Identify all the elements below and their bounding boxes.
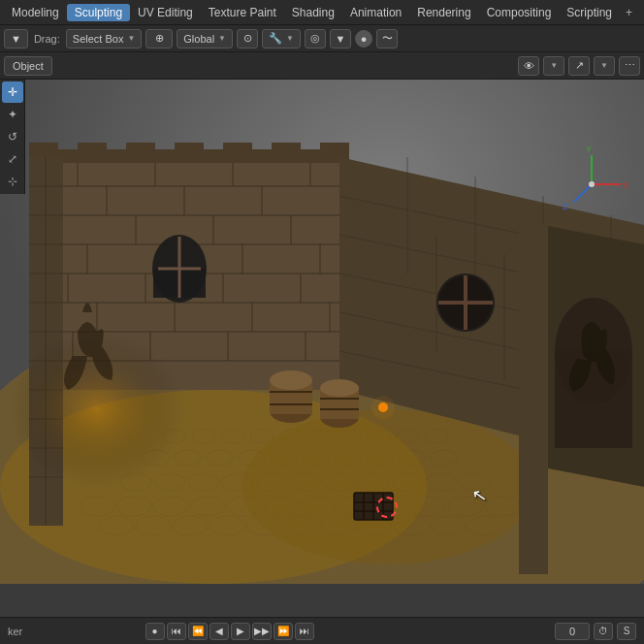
move-tool[interactable]: ✦ — [2, 104, 23, 125]
gizmo-icon[interactable]: ↗ — [568, 56, 590, 76]
bottom-right: ⏱ S — [555, 623, 636, 640]
menu-bar: Modeling Sculpting UV Editing Texture Pa… — [0, 0, 644, 25]
global-arrow: ▼ — [218, 34, 226, 43]
transform-tool[interactable]: ⊹ — [2, 171, 23, 192]
menu-item-uv-editing[interactable]: UV Editing — [130, 4, 201, 21]
rotate-tool[interactable]: ↺ — [2, 126, 23, 147]
svg-point-141 — [270, 370, 312, 390]
menu-item-animation[interactable]: Animation — [342, 4, 409, 21]
svg-rect-100 — [126, 143, 155, 162]
skip-to-start-button[interactable]: ⏮ — [167, 623, 186, 640]
object-mode-label: Object — [13, 60, 44, 72]
menu-item-compositing[interactable]: Compositing — [479, 4, 560, 21]
global-label: Global — [183, 33, 214, 45]
svg-rect-102 — [223, 143, 252, 162]
add-workspace-button[interactable]: + — [620, 4, 638, 21]
menu-item-texture-paint[interactable]: Texture Paint — [201, 4, 284, 21]
mode-dropdown-label: ▼ — [11, 33, 21, 45]
wave-icon[interactable]: 〜 — [376, 29, 398, 48]
timeline-label: ker — [8, 626, 22, 637]
extra-icon[interactable]: ⋯ — [619, 56, 640, 76]
toolbar: ▼ Drag: Select Box ▼ ⊕ Global ▼ ⊙ 🔧 ▼ ◎ … — [0, 25, 644, 52]
skip-to-end-button[interactable]: ⏭ — [295, 623, 314, 640]
circle-icon[interactable]: ● — [355, 30, 372, 48]
left-tools: ✛ ✦ ↺ ⤢ ⊹ — [0, 80, 25, 194]
time-settings-button[interactable]: S — [617, 623, 636, 640]
drag-label: Drag: — [32, 33, 62, 45]
mode-dropdown[interactable]: ▼ — [4, 29, 28, 48]
svg-point-164 — [589, 181, 595, 187]
scale-tool[interactable]: ⤢ — [2, 148, 23, 170]
svg-rect-103 — [272, 143, 301, 162]
snap-dropdown[interactable]: 🔧 ▼ — [262, 29, 301, 48]
pivot-icon[interactable]: ⊙ — [237, 29, 258, 48]
gizmo-dropdown[interactable]: ▼ — [594, 56, 615, 76]
svg-rect-101 — [175, 143, 204, 162]
gizmo-arrow: ▼ — [600, 61, 608, 70]
select-box-label: Select Box — [73, 33, 124, 45]
next-keyframe-button[interactable]: ⏩ — [274, 623, 293, 640]
svg-rect-99 — [78, 143, 107, 162]
sub-toolbar-right: 👁 ▼ ↗ ▼ ⋯ — [518, 56, 640, 76]
global-dropdown[interactable]: Global ▼ — [177, 29, 233, 48]
next-frame-button[interactable]: ▶▶ — [252, 623, 272, 640]
prev-frame-button[interactable]: ◀ — [209, 623, 229, 640]
timeline-bar: ker ● ⏮ ⏪ ◀ ▶ ▶▶ ⏩ ⏭ ⏱ S — [0, 617, 644, 644]
proportional-icon[interactable]: ◎ — [305, 29, 326, 48]
scene-svg: X Y Z — [0, 80, 644, 584]
snap-label: 🔧 — [269, 32, 282, 45]
viewport[interactable]: X Y Z ↖ — [0, 80, 644, 584]
cursor-tool[interactable]: ✛ — [2, 81, 23, 103]
snap-arrow: ▼ — [286, 34, 294, 43]
menu-item-sculpting[interactable]: Sculpting — [67, 4, 130, 21]
menu-item-shading[interactable]: Shading — [284, 4, 342, 21]
viewport-overlay-dropdown[interactable]: ▼ — [543, 56, 564, 76]
toggle-marker-button[interactable]: ● — [145, 623, 165, 640]
svg-point-57 — [242, 409, 533, 564]
select-box-dropdown[interactable]: Select Box ▼ — [66, 29, 143, 48]
svg-point-150 — [371, 396, 395, 419]
prev-keyframe-button[interactable]: ⏪ — [188, 623, 208, 640]
svg-text:Y: Y — [586, 145, 592, 154]
object-mode-button[interactable]: Object — [4, 56, 52, 76]
svg-text:X: X — [623, 180, 628, 190]
viewport-overlay-icon[interactable]: 👁 — [518, 56, 539, 76]
fps-icon[interactable]: ⏱ — [594, 623, 613, 640]
menu-item-modeling[interactable]: Modeling — [4, 4, 67, 21]
transform-icon[interactable]: ⊕ — [145, 29, 173, 48]
proportional-options-icon[interactable]: ▼ — [330, 29, 351, 48]
menu-item-rendering[interactable]: Rendering — [409, 4, 478, 21]
menu-item-scripting[interactable]: Scripting — [559, 4, 620, 21]
playback-controls: ● ⏮ ⏪ ◀ ▶ ▶▶ ⏩ ⏭ — [145, 623, 314, 640]
play-button[interactable]: ▶ — [231, 623, 250, 640]
select-box-arrow: ▼ — [127, 34, 135, 43]
svg-text:Z: Z — [563, 202, 568, 211]
sub-toolbar: Object 👁 ▼ ↗ ▼ ⋯ — [0, 52, 644, 80]
svg-point-146 — [320, 379, 359, 397]
current-frame-input[interactable] — [555, 623, 590, 640]
svg-rect-124 — [555, 351, 632, 448]
overlay-arrow: ▼ — [550, 61, 558, 70]
svg-rect-138 — [519, 225, 548, 574]
